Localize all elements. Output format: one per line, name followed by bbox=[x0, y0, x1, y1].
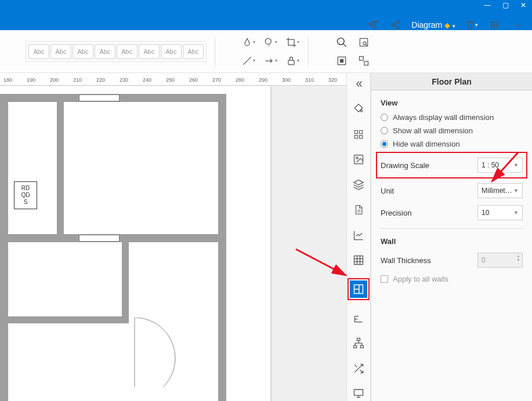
svg-point-6 bbox=[491, 24, 493, 26]
arrow-style-icon[interactable]: ▾ bbox=[263, 53, 278, 68]
minimize-button[interactable]: — bbox=[484, 1, 491, 9]
dashboard-icon[interactable] bbox=[350, 127, 367, 142]
apply-all-walls-check[interactable]: Apply to all walls bbox=[381, 275, 523, 283]
svg-rect-21 bbox=[354, 130, 357, 133]
style-chip[interactable]: Abc bbox=[139, 44, 160, 59]
drawing-scale-combo[interactable]: 1 : 50▼ bbox=[477, 158, 523, 173]
svg-rect-19 bbox=[360, 56, 364, 60]
style-chip[interactable]: Abc bbox=[161, 44, 182, 59]
floorplan-tab-highlight bbox=[348, 278, 370, 300]
radio-always-display[interactable]: Always display wall dimension bbox=[381, 113, 523, 122]
shuffle-icon[interactable] bbox=[350, 361, 367, 376]
wall-thickness-label: Wall Thickness bbox=[381, 256, 431, 265]
drawing-page[interactable]: RD QD S bbox=[0, 86, 270, 401]
precision-combo[interactable]: 10▼ bbox=[477, 205, 523, 220]
svg-rect-18 bbox=[341, 59, 343, 62]
ruler-horizontal: 180 190 200 210 220 230 240 250 260 270 … bbox=[0, 73, 346, 86]
layers-icon[interactable] bbox=[350, 177, 367, 192]
style-chip[interactable]: Abc bbox=[117, 44, 137, 59]
svg-point-7 bbox=[494, 24, 495, 26]
room-tag[interactable]: RD QD S bbox=[14, 181, 37, 209]
svg-rect-24 bbox=[360, 135, 363, 138]
toolbar: Abc Abc Abc Abc Abc Abc Abc Abc ▾ ▾ ▾ ▾ … bbox=[0, 30, 532, 73]
svg-point-5 bbox=[496, 21, 498, 23]
svg-rect-22 bbox=[360, 130, 363, 133]
hierarchy-icon[interactable] bbox=[350, 336, 367, 351]
svg-rect-31 bbox=[360, 345, 363, 348]
panel-title: Floor Plan bbox=[371, 73, 532, 90]
fill-bucket-icon[interactable] bbox=[350, 102, 367, 117]
shadow-icon[interactable]: ▾ bbox=[263, 35, 278, 50]
fill-icon[interactable]: ▾ bbox=[241, 35, 256, 50]
chart-icon[interactable] bbox=[350, 228, 367, 243]
crop-icon[interactable]: ▾ bbox=[285, 35, 300, 50]
diagram-menu[interactable]: Diagram ◆ ▾ bbox=[411, 20, 455, 30]
svg-rect-32 bbox=[354, 390, 363, 396]
canvas[interactable]: 180 190 200 210 220 230 240 250 260 270 … bbox=[0, 73, 346, 401]
unit-label: Unit bbox=[381, 187, 394, 195]
svg-point-4 bbox=[494, 21, 495, 23]
page-icon[interactable] bbox=[350, 203, 367, 218]
focus-icon[interactable] bbox=[334, 53, 349, 68]
precision-label: Precision bbox=[381, 209, 411, 217]
svg-point-14 bbox=[338, 38, 345, 45]
properties-panel: Floor Plan View Always display wall dime… bbox=[371, 73, 532, 401]
table-icon[interactable] bbox=[350, 253, 367, 268]
side-tabs bbox=[346, 73, 371, 401]
svg-point-10 bbox=[494, 27, 495, 28]
svg-rect-13 bbox=[288, 60, 294, 65]
image-icon[interactable] bbox=[350, 152, 367, 167]
svg-rect-27 bbox=[354, 256, 363, 265]
floorplan-tab[interactable] bbox=[350, 280, 367, 298]
search-icon[interactable] bbox=[334, 35, 349, 50]
titlebar: — ▢ ✕ Diagram ◆ ▾ ▾ bbox=[0, 0, 532, 30]
style-chip[interactable]: Abc bbox=[95, 44, 115, 59]
maximize-button[interactable]: ▢ bbox=[502, 1, 509, 9]
svg-point-9 bbox=[491, 27, 493, 28]
svg-rect-29 bbox=[357, 338, 360, 341]
svg-point-16 bbox=[363, 42, 366, 45]
svg-point-0 bbox=[397, 21, 400, 24]
drawing-scale-label: Drawing Scale bbox=[381, 161, 429, 170]
svg-point-1 bbox=[392, 24, 395, 27]
style-gallery[interactable]: Abc Abc Abc Abc Abc Abc Abc Abc bbox=[26, 41, 207, 62]
presentation-icon[interactable] bbox=[350, 387, 367, 402]
radio-show-all[interactable]: Show all wall dimension bbox=[381, 126, 523, 135]
style-chip[interactable]: Abc bbox=[73, 44, 93, 59]
lock-icon[interactable]: ▾ bbox=[285, 53, 300, 68]
style-chip[interactable]: Abc bbox=[28, 44, 49, 59]
svg-rect-20 bbox=[364, 61, 368, 65]
svg-point-8 bbox=[496, 24, 498, 26]
expand-icon[interactable] bbox=[350, 76, 367, 92]
svg-point-3 bbox=[491, 21, 493, 23]
svg-rect-30 bbox=[354, 345, 357, 348]
dimension-icon[interactable] bbox=[350, 311, 367, 326]
svg-point-11 bbox=[496, 27, 498, 28]
drawing-scale-row: Drawing Scale 1 : 50▼ bbox=[378, 154, 525, 176]
wall-thickness-input[interactable]: 0▲▼ bbox=[477, 253, 523, 268]
style-chip[interactable]: Abc bbox=[50, 44, 71, 59]
radio-hide[interactable]: Hide wall dimension bbox=[381, 140, 523, 148]
view-section-heading: View bbox=[381, 99, 523, 107]
style-chip[interactable]: Abc bbox=[183, 44, 204, 59]
find-replace-icon[interactable] bbox=[356, 35, 371, 50]
group-icon[interactable] bbox=[356, 53, 371, 68]
svg-point-26 bbox=[356, 157, 358, 159]
close-button[interactable]: ✕ bbox=[520, 1, 526, 9]
svg-rect-23 bbox=[354, 135, 357, 138]
svg-point-2 bbox=[397, 27, 400, 30]
line-icon[interactable]: ▾ bbox=[241, 53, 256, 68]
checkbox-icon bbox=[381, 275, 388, 283]
unit-combo[interactable]: Millimet…▼ bbox=[477, 183, 523, 198]
wall-section-heading: Wall bbox=[381, 237, 523, 246]
